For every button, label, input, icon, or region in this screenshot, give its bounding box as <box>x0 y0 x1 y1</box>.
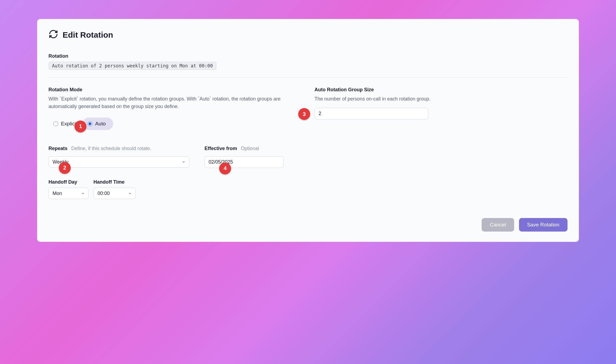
annotation-marker-1: 1 <box>74 121 86 132</box>
rotation-mode-section: Rotation Mode With `Explicit` rotation, … <box>48 87 301 130</box>
rotation-label: Rotation <box>48 53 568 59</box>
title-row: Edit Rotation <box>48 29 568 40</box>
footer-actions: Cancel Save Rotation <box>48 218 568 232</box>
cancel-button[interactable]: Cancel <box>482 218 514 232</box>
handoff-time-select[interactable]: 00:00 <box>93 188 136 199</box>
repeats-section: Repeats Define, if this schedule should … <box>48 146 189 168</box>
rotation-summary: Auto rotation of 2 persons weekly starti… <box>48 62 216 70</box>
repeats-label: Repeats <box>48 146 67 151</box>
annotation-marker-3: 3 <box>298 108 310 120</box>
annotation-marker-2: 2 <box>59 162 71 174</box>
radio-explicit[interactable] <box>53 121 58 126</box>
handoff-time-section: Handoff Time 00:00 <box>93 179 136 199</box>
rotation-summary-section: Rotation Auto rotation of 2 persons week… <box>48 53 568 70</box>
effective-from-section: Effective from Optional 4 <box>205 146 284 168</box>
handoff-day-section: Handoff Day Mon <box>48 179 89 199</box>
handoff-day-select[interactable]: Mon <box>48 188 89 199</box>
repeats-hint: Define, if this schedule should rotate. <box>71 146 151 151</box>
radio-auto[interactable] <box>87 121 92 126</box>
rotation-mode-options: Explicit Auto 1 <box>48 118 301 130</box>
group-size-help: The number of persons on-call in each ro… <box>315 95 568 103</box>
handoff-day-label: Handoff Day <box>48 179 89 185</box>
effective-from-input[interactable] <box>205 156 284 168</box>
divider <box>48 77 568 78</box>
rotation-icon <box>48 29 58 40</box>
rotation-mode-label: Rotation Mode <box>48 87 301 93</box>
effective-from-hint: Optional <box>241 146 259 151</box>
page-title: Edit Rotation <box>63 30 113 40</box>
mode-and-size-row: Rotation Mode With `Explicit` rotation, … <box>48 87 568 130</box>
group-size-label: Auto Rotation Group Size <box>315 87 568 93</box>
save-rotation-button[interactable]: Save Rotation <box>519 218 568 232</box>
handoff-row: Handoff Day Mon Handoff Time 00:00 <box>48 179 568 199</box>
rotation-mode-auto-label: Auto <box>95 121 106 127</box>
rotation-mode-help: With `Explicit` rotation, you manually d… <box>48 95 301 110</box>
edit-rotation-card: Edit Rotation Rotation Auto rotation of … <box>37 19 579 242</box>
handoff-time-label: Handoff Time <box>93 179 136 185</box>
annotation-marker-4: 4 <box>219 162 231 174</box>
effective-from-label: Effective from <box>205 146 237 151</box>
group-size-section: Auto Rotation Group Size The number of p… <box>315 87 568 130</box>
rotation-mode-auto[interactable]: Auto 1 <box>83 118 113 130</box>
group-size-input[interactable] <box>315 108 428 119</box>
repeats-effective-row: Repeats Define, if this schedule should … <box>48 146 568 168</box>
